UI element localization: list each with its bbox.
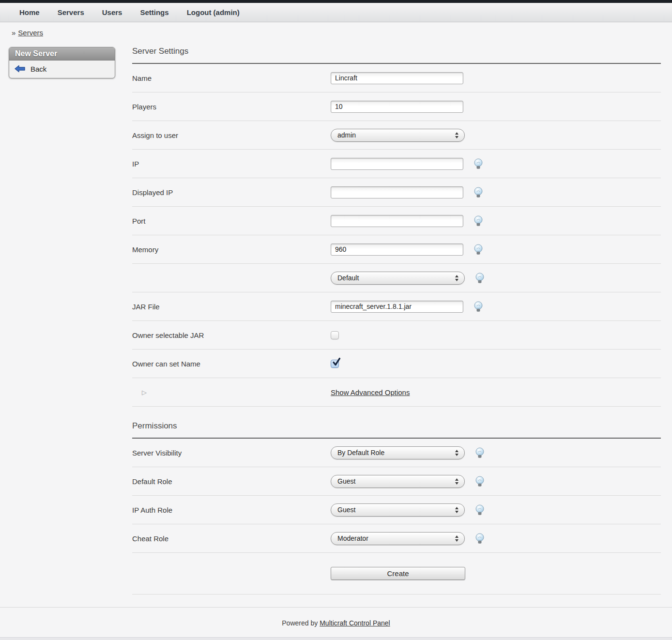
field-control bbox=[331, 331, 339, 339]
field-label-wrap: Displayed IP bbox=[132, 188, 331, 197]
form-row-show-advanced-options-link: ▷Show Advanced Options bbox=[132, 378, 661, 407]
field-control bbox=[331, 101, 463, 113]
field-control bbox=[331, 72, 463, 84]
field-control bbox=[331, 186, 484, 198]
navbar: HomeServersUsersSettingsLogout (admin) bbox=[0, 3, 672, 22]
hint-bulb-icon[interactable] bbox=[474, 475, 485, 488]
form-row-default-role: Default RoleGuest bbox=[132, 467, 661, 496]
hint-bulb-icon[interactable] bbox=[474, 504, 485, 516]
field-label-wrap: Name bbox=[132, 74, 331, 82]
nav-item-home[interactable]: Home bbox=[19, 8, 40, 16]
select-value: Default bbox=[337, 274, 359, 282]
field-label-wrap: IP Auth Role bbox=[132, 506, 331, 514]
disclosure-triangle-icon[interactable]: ▷ bbox=[142, 389, 147, 396]
name-input[interactable] bbox=[331, 72, 463, 84]
sidebar-panel: New Server Back bbox=[9, 47, 115, 78]
nav-item-servers[interactable]: Servers bbox=[58, 8, 84, 16]
hint-bulb-icon[interactable] bbox=[473, 186, 484, 198]
select-value: admin bbox=[337, 131, 356, 139]
field-label: Players bbox=[132, 103, 156, 111]
ip-auth-role-select[interactable]: Guest bbox=[331, 503, 465, 517]
breadcrumb-link-servers[interactable]: Servers bbox=[18, 29, 43, 37]
field-control: Default bbox=[331, 272, 485, 285]
select-arrows-icon bbox=[455, 535, 459, 542]
nav-item-logout-admin[interactable]: Logout (admin) bbox=[187, 8, 240, 16]
default-role-select[interactable]: Guest bbox=[331, 475, 465, 488]
nav-item-settings[interactable]: Settings bbox=[140, 8, 168, 16]
show-advanced-options-link[interactable]: Show Advanced Options bbox=[331, 388, 410, 396]
section-title-permissions: Permissions bbox=[132, 407, 661, 438]
form-row-ip: IP bbox=[132, 150, 661, 178]
field-control bbox=[331, 158, 484, 170]
field-label: Name bbox=[132, 74, 152, 82]
select-arrows-icon bbox=[455, 506, 459, 514]
field-label-wrap: Owner selectable JAR bbox=[132, 331, 331, 339]
field-control bbox=[331, 244, 484, 256]
field-label: JAR File bbox=[132, 303, 160, 311]
port-input[interactable] bbox=[331, 215, 463, 227]
select-arrows-icon bbox=[455, 478, 459, 485]
hint-bulb-icon[interactable] bbox=[474, 533, 485, 545]
select-value: Moderator bbox=[337, 534, 368, 542]
field-label-wrap: JAR File bbox=[132, 303, 331, 311]
field-control: Create bbox=[331, 567, 465, 580]
breadcrumb-separator: » bbox=[12, 29, 15, 37]
hint-bulb-icon[interactable] bbox=[474, 272, 485, 284]
assign-to-user-select[interactable]: admin bbox=[331, 129, 465, 142]
field-label-wrap: Server Visibility bbox=[132, 449, 331, 457]
field-control: Guest bbox=[331, 503, 485, 517]
players-input[interactable] bbox=[331, 101, 463, 113]
form-row-owner-selectable-jar: Owner selectable JAR bbox=[132, 321, 661, 350]
owner-can-set-name-checkbox[interactable] bbox=[331, 360, 339, 368]
select-value: Guest bbox=[337, 506, 355, 514]
form-row-default-select: Default bbox=[132, 264, 661, 292]
form-row-create-button: Create bbox=[132, 553, 661, 594]
form-row-players: Players bbox=[132, 92, 661, 121]
back-button[interactable]: Back bbox=[14, 64, 110, 73]
form-row-jar-file: JAR File bbox=[132, 292, 661, 321]
section-server-settings: Server SettingsNamePlayersAssign to user… bbox=[132, 37, 661, 407]
nav-item-users[interactable]: Users bbox=[102, 8, 122, 16]
field-label-wrap: Players bbox=[132, 103, 331, 111]
hint-bulb-icon[interactable] bbox=[473, 301, 484, 313]
field-control: Moderator bbox=[331, 532, 485, 545]
default-select[interactable]: Default bbox=[331, 272, 465, 285]
server-visibility-select[interactable]: By Default Role bbox=[331, 446, 465, 459]
hint-bulb-icon[interactable] bbox=[473, 215, 484, 227]
owner-selectable-jar-checkbox[interactable] bbox=[331, 331, 339, 339]
ip-input[interactable] bbox=[331, 158, 463, 170]
hint-bulb-icon[interactable] bbox=[474, 447, 485, 459]
multicraft-link[interactable]: Multicraft Control Panel bbox=[320, 619, 390, 627]
field-label-wrap: ▷ bbox=[132, 389, 331, 396]
create-button[interactable]: Create bbox=[331, 567, 465, 580]
field-label-wrap: Assign to user bbox=[132, 131, 331, 139]
field-label-wrap: Default Role bbox=[132, 477, 331, 486]
form-row-port: Port bbox=[132, 207, 661, 235]
field-label: Assign to user bbox=[132, 131, 178, 139]
cheat-role-select[interactable]: Moderator bbox=[331, 532, 465, 545]
memory-input[interactable] bbox=[331, 244, 463, 256]
back-arrow-icon bbox=[14, 64, 26, 73]
displayed-ip-input[interactable] bbox=[331, 186, 463, 198]
select-arrows-icon bbox=[455, 132, 459, 139]
form-row-name: Name bbox=[132, 64, 661, 92]
section-title-server-settings: Server Settings bbox=[132, 37, 661, 63]
jar-file-input[interactable] bbox=[331, 301, 463, 313]
field-label: Default Role bbox=[132, 477, 172, 486]
form-row-memory: Memory bbox=[132, 235, 661, 264]
field-label-wrap: Memory bbox=[132, 245, 331, 254]
form-row-server-visibility: Server VisibilityBy Default Role bbox=[132, 439, 661, 467]
field-control: admin bbox=[331, 129, 465, 142]
field-label: IP Auth Role bbox=[132, 506, 172, 514]
hint-bulb-icon[interactable] bbox=[473, 244, 484, 256]
form-row-displayed-ip: Displayed IP bbox=[132, 178, 661, 207]
footer-text: Powered by bbox=[282, 619, 318, 627]
field-control bbox=[331, 215, 484, 227]
hint-bulb-icon[interactable] bbox=[473, 158, 484, 170]
field-label: Server Visibility bbox=[132, 449, 182, 457]
back-button-label: Back bbox=[31, 65, 46, 73]
field-label: Port bbox=[132, 217, 146, 225]
field-label: Displayed IP bbox=[132, 188, 173, 197]
field-label: Cheat Role bbox=[132, 534, 168, 543]
field-label: Owner can set Name bbox=[132, 360, 200, 368]
